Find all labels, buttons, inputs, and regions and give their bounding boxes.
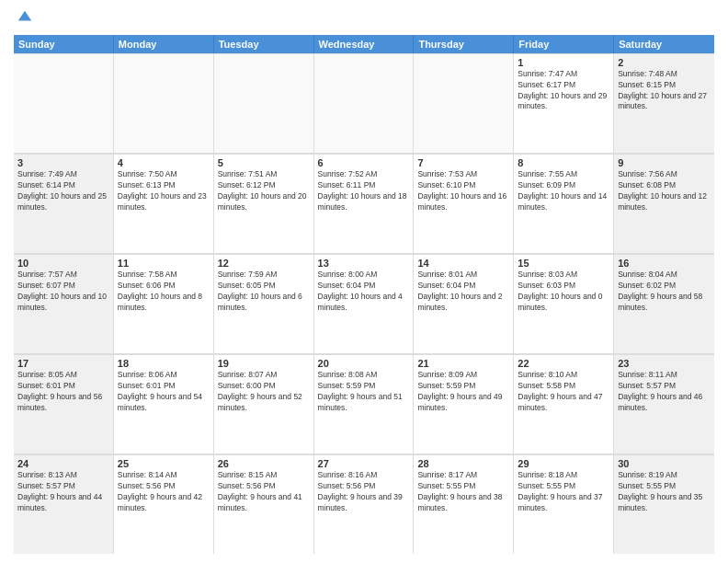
day-info: Sunrise: 7:58 AM Sunset: 6:06 PM Dayligh… <box>118 270 210 314</box>
day-number: 6 <box>318 157 410 168</box>
day-info: Sunrise: 7:55 AM Sunset: 6:09 PM Dayligh… <box>518 169 609 213</box>
day-info: Sunrise: 7:48 AM Sunset: 6:15 PM Dayligh… <box>618 69 711 113</box>
day-info: Sunrise: 8:04 AM Sunset: 6:02 PM Dayligh… <box>618 270 711 314</box>
day-number: 14 <box>417 258 509 269</box>
calendar: SundayMondayTuesdayWednesdayThursdayFrid… <box>14 35 714 554</box>
calendar-row: 3Sunrise: 7:49 AM Sunset: 6:14 PM Daylig… <box>14 154 714 254</box>
logo-text <box>14 9 33 29</box>
day-number: 24 <box>17 458 109 469</box>
calendar-cell: 13Sunrise: 8:00 AM Sunset: 6:04 PM Dayli… <box>314 254 415 353</box>
day-info: Sunrise: 8:08 AM Sunset: 5:59 PM Dayligh… <box>318 370 410 414</box>
calendar-cell: 23Sunrise: 8:11 AM Sunset: 5:57 PM Dayli… <box>614 354 714 454</box>
day-number: 12 <box>218 258 310 269</box>
day-number: 3 <box>17 157 109 168</box>
calendar-row: 17Sunrise: 8:05 AM Sunset: 6:01 PM Dayli… <box>14 354 714 454</box>
day-number: 25 <box>118 458 210 469</box>
day-info: Sunrise: 8:07 AM Sunset: 6:00 PM Dayligh… <box>218 370 310 414</box>
day-info: Sunrise: 7:52 AM Sunset: 6:11 PM Dayligh… <box>318 169 410 213</box>
calendar-cell: 7Sunrise: 7:53 AM Sunset: 6:10 PM Daylig… <box>414 154 514 253</box>
weekday-header: Friday <box>514 35 614 53</box>
day-info: Sunrise: 7:51 AM Sunset: 6:12 PM Dayligh… <box>218 169 310 213</box>
calendar-row: 1Sunrise: 7:47 AM Sunset: 6:17 PM Daylig… <box>14 53 714 154</box>
day-info: Sunrise: 7:59 AM Sunset: 6:05 PM Dayligh… <box>218 270 310 314</box>
calendar-cell <box>114 53 214 153</box>
day-info: Sunrise: 8:16 AM Sunset: 5:56 PM Dayligh… <box>318 470 410 514</box>
calendar-row: 10Sunrise: 7:57 AM Sunset: 6:07 PM Dayli… <box>14 254 714 354</box>
day-info: Sunrise: 8:17 AM Sunset: 5:55 PM Dayligh… <box>417 470 509 514</box>
day-number: 4 <box>118 157 210 168</box>
day-number: 29 <box>518 458 609 469</box>
calendar-cell: 10Sunrise: 7:57 AM Sunset: 6:07 PM Dayli… <box>14 254 114 353</box>
weekday-header: Tuesday <box>214 35 314 53</box>
day-number: 2 <box>618 57 711 68</box>
day-info: Sunrise: 8:03 AM Sunset: 6:03 PM Dayligh… <box>518 270 609 314</box>
day-number: 20 <box>318 358 410 369</box>
day-info: Sunrise: 7:56 AM Sunset: 6:08 PM Dayligh… <box>618 169 711 213</box>
day-number: 18 <box>118 358 210 369</box>
calendar-cell: 28Sunrise: 8:17 AM Sunset: 5:55 PM Dayli… <box>414 454 514 554</box>
calendar-cell: 30Sunrise: 8:19 AM Sunset: 5:55 PM Dayli… <box>614 454 714 554</box>
calendar-cell: 14Sunrise: 8:01 AM Sunset: 6:04 PM Dayli… <box>414 254 514 353</box>
day-number: 27 <box>318 458 410 469</box>
calendar-cell: 9Sunrise: 7:56 AM Sunset: 6:08 PM Daylig… <box>614 154 714 253</box>
day-info: Sunrise: 8:19 AM Sunset: 5:55 PM Dayligh… <box>618 470 711 514</box>
day-info: Sunrise: 7:53 AM Sunset: 6:10 PM Dayligh… <box>417 169 509 213</box>
calendar-cell: 8Sunrise: 7:55 AM Sunset: 6:09 PM Daylig… <box>514 154 614 253</box>
calendar-cell <box>414 53 514 153</box>
calendar-cell: 22Sunrise: 8:10 AM Sunset: 5:58 PM Dayli… <box>514 354 614 454</box>
logo-icon <box>17 9 33 26</box>
calendar-cell: 17Sunrise: 8:05 AM Sunset: 6:01 PM Dayli… <box>14 354 114 454</box>
calendar-cell: 1Sunrise: 7:47 AM Sunset: 6:17 PM Daylig… <box>514 53 614 153</box>
calendar-cell: 20Sunrise: 8:08 AM Sunset: 5:59 PM Dayli… <box>314 354 415 454</box>
svg-marker-0 <box>18 11 31 21</box>
weekday-header: Sunday <box>14 35 114 53</box>
day-info: Sunrise: 7:49 AM Sunset: 6:14 PM Dayligh… <box>17 169 109 213</box>
calendar-cell: 6Sunrise: 7:52 AM Sunset: 6:11 PM Daylig… <box>314 154 415 253</box>
calendar-cell: 4Sunrise: 7:50 AM Sunset: 6:13 PM Daylig… <box>114 154 214 253</box>
day-info: Sunrise: 8:10 AM Sunset: 5:58 PM Dayligh… <box>518 370 609 414</box>
day-info: Sunrise: 7:50 AM Sunset: 6:13 PM Dayligh… <box>118 169 210 213</box>
day-number: 16 <box>618 258 711 269</box>
calendar-cell <box>214 53 314 153</box>
day-number: 15 <box>518 258 609 269</box>
calendar-cell: 16Sunrise: 8:04 AM Sunset: 6:02 PM Dayli… <box>614 254 714 353</box>
day-number: 21 <box>417 358 509 369</box>
calendar-body: 1Sunrise: 7:47 AM Sunset: 6:17 PM Daylig… <box>14 53 714 554</box>
calendar-cell: 3Sunrise: 7:49 AM Sunset: 6:14 PM Daylig… <box>14 154 114 253</box>
day-number: 11 <box>118 258 210 269</box>
day-info: Sunrise: 8:14 AM Sunset: 5:56 PM Dayligh… <box>118 470 210 514</box>
logo <box>14 9 33 29</box>
weekday-header: Monday <box>114 35 214 53</box>
calendar-cell: 19Sunrise: 8:07 AM Sunset: 6:00 PM Dayli… <box>214 354 314 454</box>
day-info: Sunrise: 8:00 AM Sunset: 6:04 PM Dayligh… <box>318 270 410 314</box>
header <box>14 9 714 29</box>
day-info: Sunrise: 8:06 AM Sunset: 6:01 PM Dayligh… <box>118 370 210 414</box>
day-number: 10 <box>17 258 109 269</box>
day-number: 19 <box>218 358 310 369</box>
calendar-cell: 21Sunrise: 8:09 AM Sunset: 5:59 PM Dayli… <box>414 354 514 454</box>
day-info: Sunrise: 8:11 AM Sunset: 5:57 PM Dayligh… <box>618 370 711 414</box>
weekday-header: Thursday <box>414 35 514 53</box>
day-number: 7 <box>417 157 509 168</box>
day-number: 13 <box>318 258 410 269</box>
calendar-cell <box>314 53 415 153</box>
day-number: 26 <box>218 458 310 469</box>
calendar-cell: 5Sunrise: 7:51 AM Sunset: 6:12 PM Daylig… <box>214 154 314 253</box>
day-number: 1 <box>518 57 609 68</box>
day-info: Sunrise: 7:57 AM Sunset: 6:07 PM Dayligh… <box>17 270 109 314</box>
calendar-cell: 29Sunrise: 8:18 AM Sunset: 5:55 PM Dayli… <box>514 454 614 554</box>
day-info: Sunrise: 8:18 AM Sunset: 5:55 PM Dayligh… <box>518 470 609 514</box>
day-info: Sunrise: 7:47 AM Sunset: 6:17 PM Dayligh… <box>518 69 609 113</box>
day-number: 30 <box>618 458 711 469</box>
day-number: 5 <box>218 157 310 168</box>
day-number: 23 <box>618 358 711 369</box>
day-number: 17 <box>17 358 109 369</box>
day-number: 9 <box>618 157 711 168</box>
calendar-cell: 25Sunrise: 8:14 AM Sunset: 5:56 PM Dayli… <box>114 454 214 554</box>
day-info: Sunrise: 8:15 AM Sunset: 5:56 PM Dayligh… <box>218 470 310 514</box>
calendar-cell: 26Sunrise: 8:15 AM Sunset: 5:56 PM Dayli… <box>214 454 314 554</box>
day-number: 22 <box>518 358 609 369</box>
weekday-header: Wednesday <box>314 35 415 53</box>
calendar-cell: 11Sunrise: 7:58 AM Sunset: 6:06 PM Dayli… <box>114 254 214 353</box>
logo-blue <box>14 9 33 29</box>
